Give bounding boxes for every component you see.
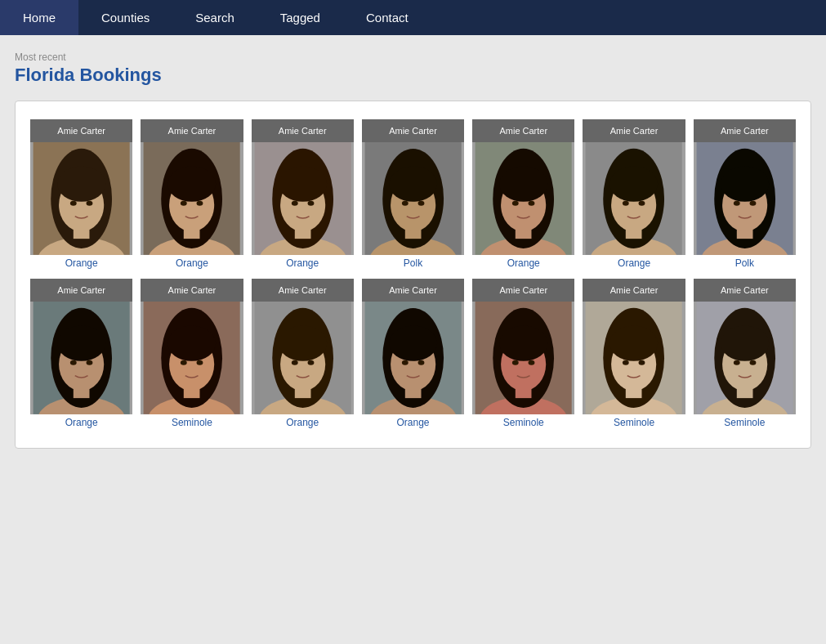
booking-card[interactable]: Amie CarterOrange [141, 119, 243, 271]
card-name: Amie Carter [694, 279, 796, 302]
card-name: Amie Carter [583, 279, 685, 302]
svg-point-86 [402, 360, 409, 365]
card-county: Orange [583, 255, 685, 271]
svg-point-103 [639, 360, 645, 365]
card-name: Amie Carter [252, 119, 354, 142]
card-county: Orange [362, 414, 464, 430]
booking-card[interactable]: Amie CarterOrange [362, 279, 464, 430]
card-photo [141, 142, 243, 255]
card-name: Amie Carter [30, 279, 132, 302]
svg-point-61 [57, 325, 105, 360]
card-name: Amie Carter [252, 279, 354, 302]
svg-point-102 [623, 360, 629, 365]
card-photo [472, 142, 574, 255]
svg-point-54 [734, 201, 740, 206]
card-photo [252, 302, 354, 414]
svg-point-13 [167, 167, 216, 202]
svg-point-46 [623, 201, 629, 206]
booking-card[interactable]: Amie CarterSeminole [472, 279, 574, 430]
svg-point-70 [181, 360, 187, 365]
booking-card[interactable]: Amie CarterOrange [583, 119, 685, 271]
svg-point-47 [639, 201, 645, 206]
booking-card[interactable]: Amie CarterOrange [252, 119, 354, 271]
svg-point-110 [734, 360, 740, 365]
card-photo [141, 302, 243, 414]
card-name: Amie Carter [362, 279, 464, 302]
svg-point-21 [279, 167, 327, 202]
card-county: Polk [362, 255, 464, 271]
card-county: Seminole [141, 414, 243, 430]
nav-item-counties[interactable]: Counties [78, 0, 172, 35]
card-county: Orange [30, 255, 132, 271]
card-photo [472, 302, 574, 414]
page-content: Most recent Florida Bookings Amie Carter… [0, 35, 826, 465]
page-subtitle: Most recent [15, 51, 811, 63]
main-nav: HomeCountiesSearchTaggedContact [0, 0, 826, 35]
card-county: Orange [141, 255, 243, 271]
card-photo [252, 142, 354, 255]
svg-point-22 [291, 201, 297, 206]
bookings-grid: Amie CarterOrangeAmie CarterOrangeAmie C… [30, 119, 796, 430]
card-county: Orange [252, 255, 354, 271]
svg-point-6 [70, 201, 77, 206]
svg-point-23 [307, 201, 314, 206]
booking-card[interactable]: Amie CarterPolk [694, 119, 796, 271]
card-photo [694, 142, 796, 255]
card-name: Amie Carter [472, 279, 574, 302]
booking-card[interactable]: Amie CarterOrange [30, 279, 132, 430]
card-name: Amie Carter [694, 119, 796, 142]
card-name: Amie Carter [30, 119, 132, 142]
bookings-container: Amie CarterOrangeAmie CarterOrangeAmie C… [15, 101, 811, 449]
svg-point-62 [70, 360, 77, 365]
page-title: Florida Bookings [15, 65, 811, 86]
card-county: Orange [472, 255, 574, 271]
card-name: Amie Carter [362, 119, 464, 142]
nav-item-search[interactable]: Search [172, 0, 257, 35]
booking-card[interactable]: Amie CarterOrange [30, 119, 132, 271]
svg-point-109 [721, 325, 769, 360]
svg-point-93 [499, 325, 547, 360]
card-name: Amie Carter [141, 119, 243, 142]
card-name: Amie Carter [141, 279, 243, 302]
card-photo [362, 302, 464, 414]
svg-point-55 [749, 201, 756, 206]
card-name: Amie Carter [472, 119, 574, 142]
nav-item-tagged[interactable]: Tagged [257, 0, 343, 35]
card-county: Seminole [472, 414, 574, 430]
card-county: Polk [694, 255, 796, 271]
svg-point-111 [749, 360, 756, 365]
booking-card[interactable]: Amie CarterPolk [362, 119, 464, 271]
svg-point-101 [610, 325, 659, 360]
card-county: Orange [252, 414, 354, 430]
svg-point-14 [181, 201, 187, 206]
booking-card[interactable]: Amie CarterSeminole [141, 279, 243, 430]
svg-point-37 [499, 167, 547, 202]
svg-point-15 [197, 201, 203, 206]
svg-point-5 [57, 167, 105, 202]
card-county: Seminole [583, 414, 685, 430]
svg-point-39 [529, 201, 535, 206]
card-county: Orange [30, 414, 132, 430]
booking-card[interactable]: Amie CarterSeminole [694, 279, 796, 430]
svg-point-69 [167, 325, 216, 360]
svg-point-79 [307, 360, 314, 365]
svg-point-77 [279, 325, 327, 360]
card-photo [583, 302, 685, 414]
nav-item-contact[interactable]: Contact [343, 0, 431, 35]
svg-point-78 [291, 360, 297, 365]
card-photo [583, 142, 685, 255]
svg-point-53 [721, 167, 769, 202]
card-name: Amie Carter [583, 119, 685, 142]
booking-card[interactable]: Amie CarterOrange [252, 279, 354, 430]
svg-point-7 [87, 201, 93, 206]
booking-card[interactable]: Amie CarterOrange [472, 119, 574, 271]
svg-point-31 [417, 201, 424, 206]
nav-item-home[interactable]: Home [0, 0, 78, 35]
card-photo [30, 142, 132, 255]
svg-point-94 [512, 360, 519, 365]
svg-point-85 [389, 325, 437, 360]
svg-point-87 [417, 360, 424, 365]
booking-card[interactable]: Amie CarterSeminole [583, 279, 685, 430]
svg-point-30 [402, 201, 409, 206]
svg-point-95 [529, 360, 535, 365]
